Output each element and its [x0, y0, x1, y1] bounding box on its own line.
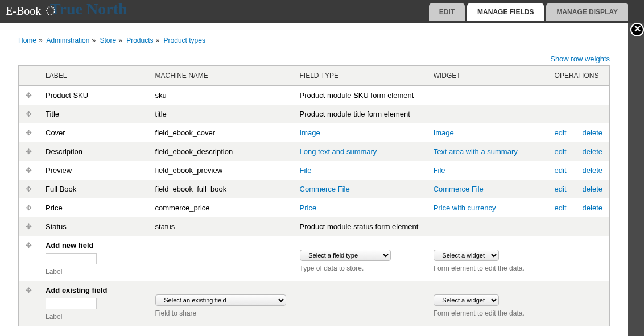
field-widget: File: [427, 161, 548, 180]
add-existing-field-select[interactable]: - Select an existing field -: [155, 294, 286, 306]
drag-handle-icon[interactable]: ✥: [26, 91, 32, 99]
field-machine-name: sku: [148, 86, 293, 105]
field-widget: Price with currency: [427, 198, 548, 217]
table-row: ✥Full Bookfield_ebook_full_bookCommerce …: [19, 180, 610, 198]
field-ops: editdelete: [548, 180, 610, 198]
page-title-text: E-Book: [6, 5, 41, 17]
field-type-link[interactable]: Image: [300, 128, 320, 137]
table-row: ✥Descriptionfield_ebook_descriptionLong …: [19, 142, 610, 161]
drag-handle-icon[interactable]: ✥: [26, 185, 32, 193]
field-machine-name: status: [148, 217, 293, 236]
th-widget: WIDGET: [427, 66, 548, 86]
edit-link[interactable]: edit: [555, 147, 567, 156]
field-machine-name: field_ebook_preview: [148, 161, 293, 180]
field-ops: editdelete: [548, 198, 610, 217]
table-row: ✥Pricecommerce_pricePricePrice with curr…: [19, 198, 610, 217]
crumb-products[interactable]: Products: [126, 36, 153, 44]
drag-handle-icon[interactable]: ✥: [26, 147, 32, 156]
th-drag: [19, 66, 39, 86]
drag-handle-icon[interactable]: ✥: [26, 241, 32, 250]
edit-link[interactable]: edit: [555, 128, 567, 137]
field-type-link[interactable]: Price: [300, 204, 317, 212]
field-type: Price: [293, 198, 427, 217]
field-type: File: [293, 161, 427, 180]
field-widget-link[interactable]: Price with currency: [434, 204, 496, 212]
add-new-widget-select[interactable]: - Select a widget -: [434, 250, 499, 261]
field-type: Product module title form element: [293, 105, 427, 123]
field-machine-name: field_ebook_description: [148, 142, 293, 161]
field-ops: [548, 217, 610, 236]
add-new-label-input[interactable]: [46, 253, 97, 264]
crumb-admin[interactable]: Administration: [46, 36, 89, 44]
gear-icon[interactable]: [46, 6, 55, 15]
fields-table: LABEL MACHINE NAME FIELD TYPE WIDGET OPE…: [18, 65, 610, 326]
delete-link[interactable]: delete: [583, 204, 602, 212]
drag-handle-icon[interactable]: ✥: [26, 286, 32, 294]
delete-link[interactable]: delete: [583, 166, 602, 175]
delete-link[interactable]: delete: [583, 185, 602, 193]
field-label: Title: [39, 105, 148, 123]
field-type-link[interactable]: Long text and summary: [300, 147, 377, 156]
field-widget-link[interactable]: Text area with a summary: [434, 147, 518, 156]
tab-edit[interactable]: EDIT: [429, 3, 465, 21]
tab-manage-fields[interactable]: MANAGE FIELDS: [467, 3, 544, 21]
delete-link[interactable]: delete: [583, 147, 602, 156]
crumb-home[interactable]: Home: [18, 36, 36, 44]
field-ops: [548, 86, 610, 105]
field-type-link[interactable]: Commerce File: [300, 185, 350, 193]
field-label: Full Book: [39, 180, 148, 198]
add-existing-label-help: Label: [46, 313, 142, 321]
field-type: Product module status form element: [293, 217, 427, 236]
add-existing-field-row: ✥ Add existing field Label - Select an e…: [19, 281, 610, 326]
field-widget: [427, 217, 548, 236]
close-icon[interactable]: ✕: [630, 23, 644, 36]
topbar: E-Book EDIT MANAGE FIELDS MANAGE DISPLAY: [0, 0, 628, 24]
drag-handle-icon[interactable]: ✥: [26, 222, 32, 231]
field-widget: Text area with a summary: [427, 142, 548, 161]
field-widget-link[interactable]: File: [434, 166, 445, 175]
drag-handle-icon[interactable]: ✥: [26, 166, 32, 175]
add-existing-widget-select[interactable]: - Select a widget -: [434, 294, 499, 306]
crumb-types[interactable]: Product types: [164, 36, 205, 44]
field-ops: editdelete: [548, 123, 610, 142]
field-type: Image: [293, 123, 427, 142]
table-row: ✥StatusstatusProduct module status form …: [19, 217, 610, 236]
add-new-field-row: ✥ Add new field Label - Select a field t…: [19, 236, 610, 281]
table-row: ✥Coverfield_ebook_coverImageImageeditdel…: [19, 123, 610, 142]
field-label: Preview: [39, 161, 148, 180]
drag-handle-icon[interactable]: ✥: [26, 204, 32, 212]
edit-link[interactable]: edit: [555, 185, 567, 193]
field-widget-link[interactable]: Image: [434, 128, 454, 137]
edit-link[interactable]: edit: [555, 204, 567, 212]
field-label: Status: [39, 217, 148, 236]
drag-handle-icon[interactable]: ✥: [26, 110, 32, 118]
field-machine-name: field_ebook_cover: [148, 123, 293, 142]
drag-handle-icon[interactable]: ✥: [26, 128, 32, 137]
table-row: ✥Product SKUskuProduct module SKU form e…: [19, 86, 610, 105]
delete-link[interactable]: delete: [583, 128, 602, 137]
field-type: Long text and summary: [293, 142, 427, 161]
edit-link[interactable]: edit: [555, 166, 567, 175]
crumb-store[interactable]: Store: [100, 36, 116, 44]
tab-manage-display[interactable]: MANAGE DISPLAY: [546, 3, 628, 21]
field-widget-link[interactable]: Commerce File: [434, 185, 484, 193]
field-widget: [427, 105, 548, 123]
add-existing-title: Add existing field: [46, 286, 142, 294]
th-ops: OPERATIONS: [548, 66, 610, 86]
field-type-link[interactable]: File: [300, 166, 312, 175]
th-machine: MACHINE NAME: [148, 66, 293, 86]
field-machine-name: field_ebook_full_book: [148, 180, 293, 198]
field-ops: editdelete: [548, 142, 610, 161]
field-type: Product module SKU form element: [293, 86, 427, 105]
page-title: E-Book: [6, 5, 55, 18]
add-new-label-help: Label: [46, 268, 142, 276]
add-existing-label-input[interactable]: [46, 298, 97, 309]
field-ops: editdelete: [548, 161, 610, 180]
show-row-weights: Show row weights: [18, 55, 610, 63]
field-type: Commerce File: [293, 180, 427, 198]
add-new-type-select[interactable]: - Select a field type -: [300, 250, 391, 261]
field-widget: [427, 86, 548, 105]
show-row-weights-link[interactable]: Show row weights: [550, 55, 610, 63]
field-label: Description: [39, 142, 148, 161]
table-row: ✥Previewfield_ebook_previewFileFileeditd…: [19, 161, 610, 180]
